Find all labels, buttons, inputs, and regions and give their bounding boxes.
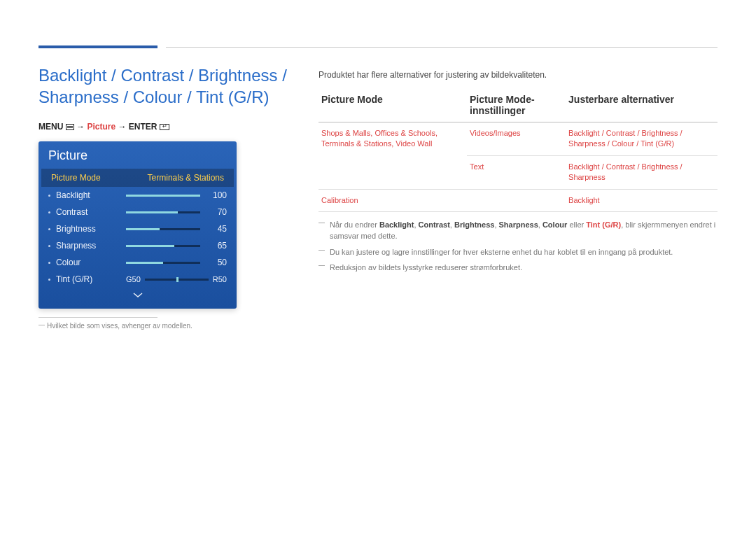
- osd-slider[interactable]: [126, 195, 200, 197]
- chevron-down-icon[interactable]: [38, 288, 237, 302]
- cell-adjustable: Backlight / Contrast / Brightness / Shar…: [566, 155, 718, 189]
- osd-label: Brightness: [56, 224, 126, 234]
- nav-enter-label: ENTER: [129, 122, 158, 132]
- note-1-c: eller: [567, 220, 586, 229]
- osd-row-contrast[interactable]: Contrast 70: [38, 204, 237, 220]
- osd-slider-fill: [126, 211, 178, 213]
- th-picture-mode-settings: Picture Mode-innstillinger: [467, 90, 566, 122]
- cell-adjustable: Backlight / Contrast / Brightness / Shar…: [566, 122, 718, 156]
- notes: Når du endrer Backlight, Contrast, Brigh…: [318, 219, 718, 274]
- right-column: Produktet har flere alternativer for jus…: [318, 70, 718, 278]
- osd-value: 100: [206, 190, 227, 200]
- bullet-icon: [48, 245, 50, 247]
- header-accent: [38, 45, 158, 48]
- osd-row-sharpness[interactable]: Sharpness 65: [38, 237, 237, 254]
- note-1: Når du endrer Backlight, Contrast, Brigh…: [318, 219, 718, 242]
- osd-label: Tint (G/R): [56, 274, 126, 284]
- menu-icon: [66, 124, 74, 130]
- tint-g-value: G50: [126, 275, 141, 283]
- osd-slider[interactable]: [126, 211, 200, 213]
- osd-label: Contrast: [56, 207, 126, 217]
- osd-mode-label: Picture Mode: [51, 173, 101, 183]
- enter-icon: [160, 124, 169, 130]
- footnote-rule: [38, 317, 158, 318]
- osd-slider-fill: [126, 228, 160, 230]
- note-1-b3: Sharpness: [499, 220, 538, 229]
- page-title: Backlight / Contrast / Brightness / Shar…: [38, 64, 304, 108]
- th-picture-mode: Picture Mode: [318, 90, 467, 122]
- bullet-icon: [48, 279, 50, 281]
- left-column: Backlight / Contrast / Brightness / Shar…: [38, 64, 304, 330]
- osd-mode-value: Terminals & Stations: [148, 173, 224, 183]
- osd-slider[interactable]: [126, 262, 200, 264]
- osd-label: Colour: [56, 258, 126, 267]
- osd-label: Sharpness: [56, 241, 126, 251]
- note-1-b4: Colour: [542, 220, 567, 229]
- nav-menu-label: MENU: [38, 122, 63, 132]
- osd-slider[interactable]: [126, 245, 200, 247]
- header-rule: [166, 47, 718, 48]
- tint-slider[interactable]: [145, 279, 209, 281]
- intro-text: Produktet har flere alternativer for jus…: [318, 70, 718, 80]
- osd-value: 70: [206, 207, 227, 217]
- cell-setting: Text: [467, 155, 566, 189]
- breadcrumb: MENU → Picture → ENTER: [38, 122, 304, 132]
- osd-picture-mode-row[interactable]: Picture Mode Terminals & Stations: [41, 169, 234, 187]
- note-1-b0: Backlight: [379, 220, 414, 229]
- tint-thumb: [176, 277, 178, 282]
- osd-slider-fill: [126, 262, 163, 264]
- osd-title: Picture: [38, 141, 237, 169]
- bullet-icon: [48, 195, 50, 197]
- cell-setting: Videos/Images: [467, 122, 566, 156]
- osd-label: Backlight: [56, 190, 126, 200]
- note-2: Du kan justere og lagre innstillinger fo…: [318, 246, 718, 258]
- note-1-a: Når du endrer: [330, 220, 379, 229]
- cell-modes: Calibration: [318, 189, 467, 211]
- note-1-b2: Brightness: [454, 220, 494, 229]
- osd-row-brightness[interactable]: Brightness 45: [38, 220, 237, 237]
- osd-row-tint[interactable]: Tint (G/R) G50 R50: [38, 271, 237, 288]
- osd-row-backlight[interactable]: Backlight 100: [38, 187, 237, 204]
- cell-modes: Shops & Malls, Offices & Schools, Termin…: [318, 122, 467, 190]
- osd-row-colour[interactable]: Colour 50: [38, 254, 237, 271]
- th-adjustable: Justerbare alternativer: [566, 90, 718, 122]
- osd-value: 65: [206, 241, 227, 251]
- bullet-icon: [48, 228, 50, 230]
- note-1-d: Tint (G/R): [586, 220, 621, 229]
- bullet-icon: [48, 211, 50, 213]
- cell-adjustable: Backlight: [566, 189, 718, 211]
- bullet-icon: [48, 262, 50, 264]
- osd-panel: Picture Picture Mode Terminals & Station…: [38, 141, 237, 309]
- nav-arrow-2: →: [115, 122, 129, 132]
- table-row: Shops & Malls, Offices & Schools, Termin…: [318, 122, 718, 156]
- settings-table: Picture Mode Picture Mode-innstillinger …: [318, 90, 718, 212]
- osd-value: 50: [206, 258, 227, 267]
- left-footnote: Hvilket bilde som vises, avhenger av mod…: [38, 322, 304, 330]
- osd-slider-fill: [126, 195, 200, 197]
- note-3: Reduksjon av bildets lysstyrke reduserer…: [318, 262, 718, 274]
- table-row: Calibration Backlight: [318, 189, 718, 211]
- osd-slider[interactable]: [126, 228, 200, 230]
- tint-r-value: R50: [213, 275, 227, 283]
- nav-picture: Picture: [87, 122, 115, 132]
- cell-setting: [467, 189, 566, 211]
- osd-value: 45: [206, 224, 227, 234]
- nav-arrow-1: →: [76, 122, 87, 132]
- osd-slider-fill: [126, 245, 174, 247]
- note-1-b1: Contrast: [419, 220, 450, 229]
